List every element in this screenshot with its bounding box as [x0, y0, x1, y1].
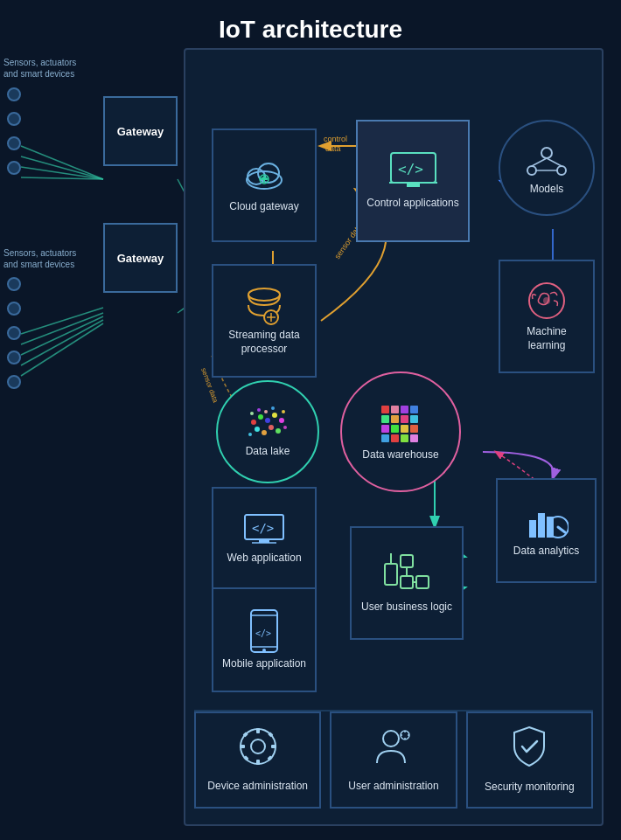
svg-rect-71 — [381, 434, 389, 442]
svg-rect-72 — [391, 434, 399, 442]
svg-rect-30 — [407, 183, 420, 187]
svg-point-53 — [257, 408, 261, 412]
svg-point-50 — [269, 425, 274, 430]
sensor-dot — [7, 326, 21, 340]
models-icon — [525, 140, 569, 183]
svg-rect-62 — [410, 406, 418, 413]
svg-rect-73 — [401, 434, 408, 442]
gateway-bottom: Gateway — [103, 223, 178, 293]
svg-line-5 — [21, 313, 103, 344]
user-logic-label: User business logic — [361, 600, 452, 614]
data-warehouse-icon — [377, 401, 425, 448]
svg-rect-61 — [401, 406, 408, 413]
svg-point-89 — [262, 649, 266, 652]
machine-learning-icon — [524, 280, 569, 325]
streaming-label: Streaming data processor — [220, 329, 308, 356]
svg-rect-81 — [538, 513, 545, 538]
data-lake-label: Data lake — [246, 445, 290, 459]
svg-point-49 — [262, 430, 267, 435]
data-analytics-label: Data analytics — [513, 545, 579, 559]
sensor-dot — [7, 136, 21, 150]
sensor-dot — [7, 375, 21, 389]
models-box: Models — [499, 120, 595, 216]
streaming-box: Streaming data processor — [212, 264, 317, 378]
sensors-bottom-label: Sensors, actuatorsand smart devices — [3, 247, 76, 270]
svg-point-56 — [282, 410, 285, 413]
svg-text:data: data — [325, 144, 341, 153]
svg-line-9 — [178, 179, 184, 232]
gateway-top: Gateway — [103, 96, 178, 166]
svg-line-0 — [21, 146, 103, 179]
svg-point-31 — [541, 148, 552, 158]
sensor-dot — [7, 277, 21, 291]
control-apps-label: Control applications — [366, 197, 458, 211]
svg-rect-60 — [391, 406, 399, 413]
svg-text:control: control — [324, 135, 347, 143]
svg-point-46 — [272, 413, 277, 418]
main-container: control data sensor data sensor data — [184, 48, 604, 826]
web-app-icon: </> — [243, 513, 285, 552]
svg-rect-90 — [385, 564, 397, 585]
svg-rect-69 — [401, 425, 408, 433]
security-icon — [511, 725, 548, 774]
svg-point-47 — [279, 418, 284, 423]
svg-line-8 — [21, 323, 103, 376]
data-lake-box: Data lake — [216, 380, 319, 483]
svg-point-51 — [276, 428, 281, 434]
machine-learning-box: Machine learning — [499, 260, 595, 373]
svg-text:</>: </> — [398, 161, 423, 177]
sensor-dot — [7, 302, 21, 316]
security-label: Security monitoring — [485, 780, 575, 795]
svg-point-24 — [248, 169, 265, 184]
device-admin-label: Device administration — [207, 779, 308, 794]
mobile-app-box: </> Mobile application — [212, 587, 317, 692]
svg-text:</>: </> — [255, 628, 271, 638]
svg-rect-63 — [381, 415, 389, 423]
svg-rect-99 — [256, 728, 260, 733]
svg-rect-59 — [381, 406, 389, 413]
svg-rect-100 — [256, 760, 260, 765]
streaming-icon — [243, 286, 285, 329]
svg-rect-65 — [401, 415, 408, 423]
svg-point-107 — [383, 731, 399, 746]
svg-point-45 — [265, 418, 270, 423]
control-apps-box: </> Control applications — [356, 120, 470, 242]
svg-point-57 — [283, 426, 287, 429]
svg-rect-102 — [271, 745, 276, 748]
models-label: Models — [530, 183, 564, 197]
svg-point-43 — [251, 420, 256, 425]
device-admin-icon — [238, 726, 278, 774]
svg-line-84 — [558, 527, 565, 532]
user-logic-icon — [381, 552, 432, 600]
left-panel: Sensors, actuatorsand smart devices Sens… — [0, 48, 184, 826]
page-title: IoT architecture — [0, 0, 621, 52]
cloud-gateway-box: Cloud gateway — [212, 128, 317, 242]
data-warehouse-label: Data warehouse — [362, 448, 438, 462]
data-warehouse-box: Data warehouse — [340, 371, 461, 492]
svg-line-4 — [21, 308, 103, 334]
machine-learning-label: Machine learning — [507, 325, 586, 352]
svg-rect-96 — [416, 576, 429, 588]
user-admin-label: User administration — [348, 779, 438, 794]
svg-line-1 — [21, 156, 103, 179]
cloud-gateway-icon — [242, 157, 286, 197]
svg-line-7 — [21, 320, 103, 365]
svg-point-32 — [527, 166, 536, 175]
user-logic-box: User business logic — [350, 526, 464, 640]
data-analytics-box: Data analytics — [496, 478, 597, 583]
svg-line-6 — [21, 316, 103, 355]
svg-point-44 — [258, 414, 263, 420]
svg-point-48 — [255, 427, 260, 432]
svg-rect-101 — [240, 745, 245, 748]
sensors-top-label: Sensors, actuatorsand smart devices — [3, 57, 76, 80]
sensor-dot — [7, 161, 21, 175]
bottom-row: Device administration User administratio… — [194, 712, 593, 809]
mobile-app-icon: </> — [248, 608, 280, 657]
svg-point-33 — [557, 166, 566, 175]
svg-rect-92 — [401, 555, 413, 567]
data-analytics-icon — [525, 503, 569, 545]
sensor-dot — [7, 87, 21, 101]
svg-rect-70 — [410, 425, 418, 433]
mobile-app-label: Mobile application — [222, 657, 306, 671]
svg-rect-94 — [401, 576, 413, 588]
